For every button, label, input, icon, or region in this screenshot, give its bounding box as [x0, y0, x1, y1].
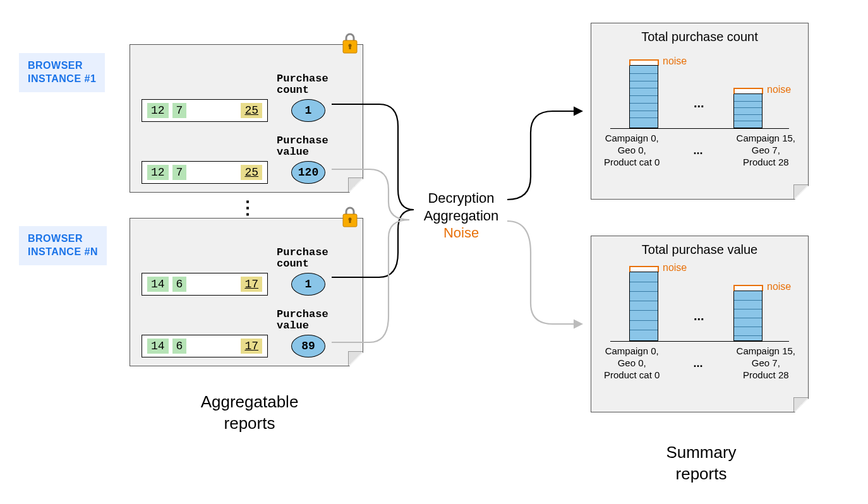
text: Decryption [417, 189, 505, 207]
key-chip: 7 [172, 165, 187, 180]
text: Noise [417, 224, 505, 242]
aggregation-process-label: Decryption Aggregation Noise [417, 189, 505, 242]
aggregatable-report-n: 14 6 17 Purchase count 1 14 6 17 [130, 218, 363, 366]
vertical-ellipsis: ⋮ [239, 197, 256, 218]
noise-overlay [629, 59, 659, 66]
key-chip: 17 [241, 277, 262, 292]
ellipsis: ... [694, 309, 704, 323]
bar: noise [629, 65, 658, 128]
noise-overlay [733, 285, 763, 291]
key-chip: 14 [147, 277, 169, 292]
key-chip: 17 [241, 339, 262, 354]
section-label-left: Aggregatablereports [177, 392, 322, 435]
category-labels: Campaign 0,Geo 0,Product cat 0 ... Campa… [604, 345, 795, 381]
metric-label: Purchase value [277, 135, 340, 159]
key-chip: 6 [172, 339, 187, 354]
text: INSTANCE #1 [28, 73, 96, 84]
noise-label: noise [767, 84, 791, 95]
aggregatable-report-1: 12 7 25 Purchase count 1 12 7 25 [130, 44, 363, 193]
browser-instance-n-label: BROWSER INSTANCE #N [19, 226, 107, 265]
chart-title: Total purchase count [591, 30, 808, 44]
bar: noise [733, 93, 763, 128]
bar: noise [733, 291, 763, 341]
metric-label: Purchase count [277, 73, 340, 97]
key-chip: 7 [172, 103, 187, 118]
noise-overlay [733, 88, 763, 94]
key-chip: 12 [147, 165, 169, 180]
text: BROWSER [28, 233, 83, 244]
category-labels: Campaign 0,Geo 0,Product cat 0 ... Campa… [604, 133, 795, 168]
ellipsis: ... [693, 356, 702, 371]
svg-rect-2 [349, 45, 351, 49]
text: Aggregation [417, 207, 505, 225]
noise-label: noise [767, 281, 791, 292]
chart-area: noise ... noise [610, 47, 789, 129]
category-label: Campaign 0,Geo 0,Product cat 0 [604, 345, 660, 381]
noise-label: noise [663, 56, 687, 67]
lock-icon [341, 33, 359, 54]
ellipsis: ... [694, 96, 704, 111]
metric-value-purchase: 89 [291, 335, 325, 357]
key-chip: 6 [172, 277, 187, 292]
summary-report-count: Total purchase count noise ... noise Cam… [591, 23, 809, 200]
text: BROWSER [28, 60, 83, 71]
key-chip: 25 [241, 165, 262, 180]
metric-label: Purchase count [277, 247, 340, 270]
key-chip: 14 [147, 339, 169, 354]
metric-label: Purchase value [277, 309, 340, 332]
bar: noise [629, 272, 658, 341]
ellipsis: ... [693, 143, 702, 158]
text: INSTANCE #N [28, 246, 98, 257]
svg-rect-5 [349, 219, 351, 223]
noise-label: noise [663, 262, 687, 273]
key-vector: 12 7 25 [142, 161, 268, 184]
metric-value-count: 1 [291, 273, 325, 296]
category-label: Campaign 15,Geo 7,Product 28 [737, 133, 795, 168]
summary-report-value: Total purchase value noise ... noise Cam… [591, 236, 809, 412]
key-vector: 14 6 17 [142, 335, 268, 357]
category-label: Campaign 15,Geo 7,Product 28 [737, 345, 795, 381]
chart-area: noise ... noise [610, 260, 789, 342]
chart-title: Total purchase value [591, 243, 808, 257]
key-chip: 25 [241, 103, 262, 118]
browser-instance-1-label: BROWSER INSTANCE #1 [19, 53, 105, 92]
metric-value-count: 1 [291, 99, 325, 122]
noise-overlay [629, 266, 659, 272]
key-vector: 14 6 17 [142, 273, 268, 296]
key-vector: 12 7 25 [142, 99, 268, 122]
metric-value-purchase: 120 [291, 161, 325, 184]
section-label-right: Summaryreports [638, 442, 764, 485]
lock-icon [341, 207, 359, 228]
key-chip: 12 [147, 103, 169, 118]
category-label: Campaign 0,Geo 0,Product cat 0 [604, 133, 660, 168]
